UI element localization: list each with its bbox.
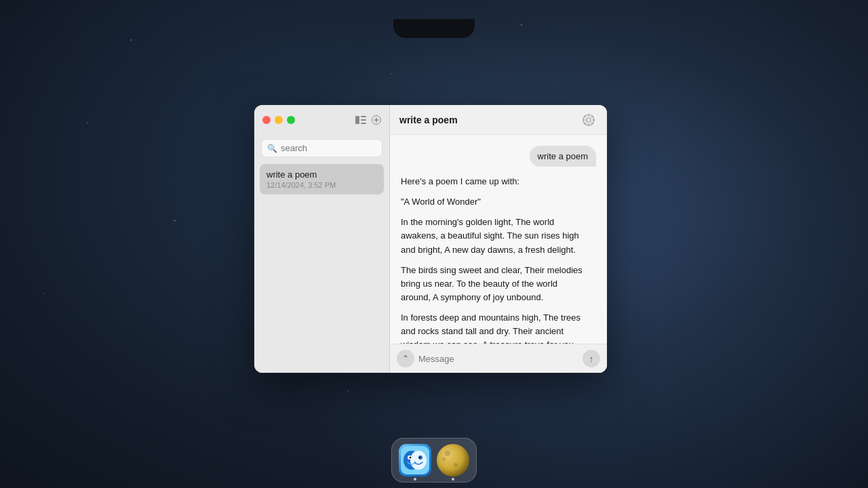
- titlebar: [254, 105, 389, 135]
- chat-title: write a poem: [399, 115, 458, 125]
- dock-item-finder[interactable]: [397, 443, 433, 478]
- search-box[interactable]: 🔍: [261, 139, 382, 157]
- svg-rect-1: [361, 116, 366, 117]
- close-button[interactable]: [262, 116, 271, 124]
- camera-notch: [393, 19, 475, 38]
- sidebar-toggle-icon[interactable]: [355, 116, 366, 124]
- finder-face-svg: [401, 446, 429, 474]
- input-area: ⌃ ↑: [390, 344, 607, 373]
- svg-point-21: [410, 457, 412, 459]
- svg-line-16: [585, 122, 586, 123]
- expand-button[interactable]: ⌃: [397, 350, 414, 367]
- send-icon: ↑: [589, 354, 594, 364]
- search-container: 🔍: [254, 135, 389, 164]
- svg-line-14: [591, 122, 593, 123]
- maximize-button[interactable]: [287, 116, 295, 124]
- user-message: write a poem: [401, 146, 596, 167]
- chevron-up-icon: ⌃: [402, 354, 409, 363]
- conversation-list: write a poem 12/14/2024, 3:52 PM: [254, 164, 389, 373]
- dock: [391, 438, 477, 483]
- svg-rect-2: [361, 119, 366, 121]
- svg-rect-3: [361, 123, 366, 124]
- dock-dot-finder: [414, 478, 416, 481]
- new-chat-icon[interactable]: [372, 115, 381, 125]
- chat-window: 🔍 write a poem 12/14/2024, 3:52 PM write…: [254, 105, 607, 373]
- svg-point-23: [419, 457, 421, 459]
- conversation-title: write a poem: [267, 169, 377, 180]
- moon-phase-icon: [437, 444, 469, 476]
- chat-header: write a poem: [390, 105, 607, 135]
- poem-stanza2: The birds sing sweet and clear, Their me…: [401, 264, 587, 304]
- finder-icon: [399, 444, 431, 476]
- poem-stanza3: In forests deep and mountains high, The …: [401, 311, 587, 344]
- search-input[interactable]: [281, 143, 376, 153]
- search-icon: 🔍: [267, 144, 277, 153]
- dock-dot-moon: [452, 478, 454, 481]
- sidebar: 🔍 write a poem 12/14/2024, 3:52 PM: [254, 105, 390, 373]
- dock-item-moon[interactable]: [435, 443, 471, 478]
- message-input[interactable]: [418, 351, 578, 367]
- poem-title: "A World of Wonder": [401, 195, 587, 209]
- assistant-message: Here's a poem I came up with: "A World o…: [401, 175, 596, 344]
- minimize-button[interactable]: [275, 116, 283, 124]
- moon-crater-3: [454, 463, 458, 467]
- chat-settings-button[interactable]: [580, 111, 597, 129]
- conversation-item[interactable]: write a poem 12/14/2024, 3:52 PM: [260, 164, 384, 195]
- svg-line-15: [591, 115, 593, 117]
- svg-point-19: [410, 451, 427, 470]
- poem-stanza1: In the morning's golden light, The world…: [401, 216, 587, 256]
- sidebar-controls: [355, 115, 381, 125]
- svg-rect-0: [355, 116, 359, 124]
- assistant-intro: Here's a poem I came up with:: [401, 175, 587, 188]
- traffic-lights: [262, 116, 295, 124]
- svg-line-13: [585, 115, 586, 117]
- messages-list: write a poem Here's a poem I came up wit…: [390, 135, 607, 344]
- send-button[interactable]: ↑: [583, 350, 600, 367]
- conversation-date: 12/14/2024, 3:52 PM: [267, 181, 377, 189]
- assistant-bubble: Here's a poem I came up with: "A World o…: [401, 175, 587, 344]
- user-bubble: write a poem: [530, 146, 596, 167]
- moon-crater-1: [445, 451, 450, 456]
- chat-area: write a poem write a poem: [390, 105, 607, 373]
- svg-point-8: [587, 118, 591, 122]
- moon-crater-2: [442, 458, 446, 461]
